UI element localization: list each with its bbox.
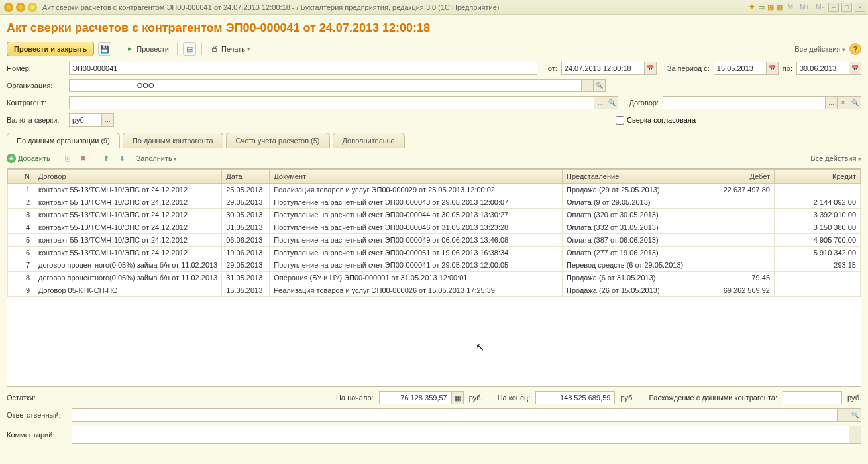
print-button[interactable]: 🖨Печать [207, 43, 253, 55]
diff-value[interactable] [783, 391, 842, 404]
clear-icon[interactable]: × [838, 96, 849, 109]
cell-date: 06.06.2013 [222, 234, 270, 247]
search-icon[interactable]: 🔍 [606, 96, 618, 109]
cell-document: Поступление на расчетный счет ЭП00-00004… [270, 234, 563, 247]
start-value[interactable]: 76 128 359,57 [379, 391, 452, 404]
copy-icon[interactable]: ⎘ [62, 152, 74, 164]
select-icon[interactable]: … [826, 96, 838, 109]
table-row[interactable]: 1контракт 55-13/ТСМН-10/ЭПС от 24.12.201… [8, 184, 861, 196]
cell-n: 8 [8, 272, 34, 284]
comment-label: Комментарий: [7, 431, 66, 439]
post-button[interactable]: ▸Провести [123, 43, 172, 55]
delete-icon[interactable]: ✖ [78, 152, 89, 164]
memory-mminus[interactable]: M- [814, 3, 826, 11]
table-row[interactable]: 7договор процентного(0,05%) займа б/н от… [8, 259, 861, 272]
note-icon[interactable]: ▭ [758, 3, 765, 11]
calendar-icon[interactable]: 📅 [849, 62, 861, 75]
select-icon[interactable]: … [582, 79, 594, 92]
select-icon[interactable]: … [594, 96, 606, 109]
plus-icon: + [7, 154, 16, 163]
cell-n: 1 [8, 184, 34, 196]
select-icon[interactable]: … [102, 113, 114, 127]
period-from-input[interactable] [714, 62, 767, 75]
close-button[interactable]: × [855, 3, 865, 12]
tab-additional[interactable]: Дополнительно [333, 133, 405, 148]
cell-contract: контракт 55-13/ТСМН-10/ЭПС от 24.12.2012 [34, 221, 222, 234]
main-toolbar: Провести и закрыть 💾 ▸Провести ▤ 🖨Печать… [7, 42, 861, 56]
select-icon[interactable]: … [849, 426, 861, 444]
favorite-icon[interactable] [28, 3, 37, 12]
search-icon[interactable]: 🔍 [594, 79, 606, 92]
from-label: от: [548, 64, 557, 72]
rub-label: руб. [469, 394, 483, 402]
search-icon[interactable]: 🔍 [849, 408, 861, 422]
tab-accounts[interactable]: Счета учета расчетов (5) [226, 133, 330, 148]
search-icon[interactable]: 🔍 [849, 96, 861, 109]
end-value[interactable]: 148 525 689,59 [535, 391, 615, 404]
contract-input[interactable] [663, 96, 826, 109]
cell-debit: 69 262 569,92 [688, 284, 775, 297]
cell-contract: контракт 55-13/ТСМН-10/ЭПС от 24.12.2012 [34, 209, 222, 221]
calendar-icon[interactable]: 📅 [645, 62, 657, 75]
calc-icon[interactable]: ▦ [452, 391, 464, 404]
counterparty-input[interactable] [69, 96, 594, 109]
help-icon[interactable]: ? [849, 43, 861, 55]
add-button[interactable]: +Добавить [7, 154, 50, 163]
cell-document: Поступление на расчетный счет ЭП00-00004… [270, 209, 563, 221]
col-debit[interactable]: Дебет [688, 170, 775, 184]
all-actions-menu[interactable]: Все действия [794, 45, 845, 53]
agreed-checkbox[interactable] [616, 116, 624, 125]
col-contract[interactable]: Договор [34, 170, 222, 184]
col-representation[interactable]: Представление [563, 170, 688, 184]
number-input[interactable] [69, 62, 537, 75]
table-row[interactable]: 5контракт 55-13/ТСМН-10/ЭПС от 24.12.201… [8, 234, 861, 247]
table-row[interactable]: 6контракт 55-13/ТСМН-10/ЭПС от 24.12.201… [8, 247, 861, 259]
table-row[interactable]: 2контракт 55-13/ТСМН-10/ЭПС от 24.12.201… [8, 196, 861, 209]
agreed-label: Сверка согласована [627, 116, 696, 124]
responsible-input[interactable] [72, 408, 838, 422]
save-icon[interactable]: 💾 [98, 42, 111, 56]
cell-contract: договор процентного(0,05%) займа б/н от … [34, 272, 222, 284]
calendar-toolbar-icon[interactable]: ▦ [777, 3, 783, 11]
col-n[interactable]: N [8, 170, 34, 184]
cell-contract: контракт 55-13/ТСМН-10/ЭПС от 24.12.2012 [34, 196, 222, 209]
move-up-icon[interactable]: ⬆ [101, 152, 113, 164]
col-date[interactable]: Дата [222, 170, 270, 184]
maximize-button[interactable]: □ [841, 3, 852, 12]
star-icon[interactable]: ★ [749, 3, 755, 11]
select-icon[interactable]: … [838, 408, 849, 422]
cell-debit [688, 196, 775, 209]
table-row[interactable]: 4контракт 55-13/ТСМН-10/ЭПС от 24.12.201… [8, 221, 861, 234]
table-all-actions[interactable]: Все действия [810, 154, 861, 162]
comment-input[interactable] [72, 426, 849, 444]
post-and-close-button[interactable]: Провести и закрыть [7, 42, 94, 56]
col-document[interactable]: Документ [270, 170, 563, 184]
table-row[interactable]: 9Договор 05-КТК-СП-ПО15.05.2013Реализаци… [8, 284, 861, 297]
cell-credit [775, 272, 861, 284]
period-to-label: по: [783, 64, 792, 72]
memory-mplus[interactable]: M+ [798, 3, 811, 11]
period-to-input[interactable] [796, 62, 849, 75]
table-row[interactable]: 8договор процентного(0,05%) займа б/н от… [8, 272, 861, 284]
fill-button[interactable]: Заполнить [136, 154, 178, 162]
tab-org-data[interactable]: По данным организации (9) [7, 133, 120, 148]
table-container[interactable]: N Договор Дата Документ Представление Де… [7, 168, 861, 387]
tab-counterparty-data[interactable]: По данным контрагента [123, 133, 223, 148]
table-row[interactable]: 3контракт 55-13/ТСМН-10/ЭПС от 24.12.201… [8, 209, 861, 221]
calendar-icon[interactable]: 📅 [767, 62, 779, 75]
report-icon[interactable]: ▤ [183, 42, 196, 56]
col-credit[interactable]: Кредит [775, 170, 861, 184]
cell-credit: 3 392 010,00 [775, 209, 861, 221]
move-down-icon[interactable]: ⬇ [117, 152, 129, 164]
printer-icon: 🖨 [210, 44, 219, 54]
date-from-input[interactable] [561, 62, 645, 75]
org-input[interactable] [69, 79, 582, 92]
minimize-button[interactable]: – [828, 3, 839, 12]
calc-toolbar-icon[interactable]: ▦ [767, 3, 774, 11]
cell-n: 9 [8, 284, 34, 297]
memory-m[interactable]: M [786, 3, 795, 11]
cell-document: Поступление на расчетный счет ЭП00-00004… [270, 196, 563, 209]
nav-back-icon[interactable] [16, 3, 25, 12]
currency-input[interactable] [69, 113, 102, 127]
cell-credit: 3 150 380,00 [775, 221, 861, 234]
